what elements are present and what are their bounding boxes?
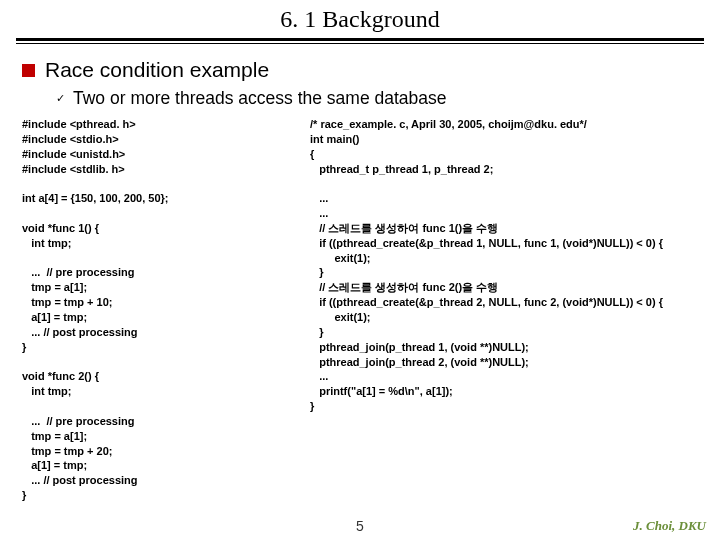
code-left: #include <pthread. h> #include <stdio.h>… — [18, 117, 308, 503]
code-columns: #include <pthread. h> #include <stdio.h>… — [18, 117, 702, 503]
page-number: 5 — [0, 518, 720, 534]
code-right: /* race_example. c, April 30, 2005, choi… — [308, 117, 702, 503]
section-heading: Race condition example — [45, 58, 269, 82]
slide-title: 6. 1 Background — [280, 6, 439, 32]
check-icon: ✓ — [56, 92, 65, 105]
divider-thin — [16, 43, 704, 44]
square-bullet-icon — [22, 64, 35, 77]
section-subheading: Two or more threads access the same data… — [73, 88, 447, 109]
footer-credit: J. Choi, DKU — [633, 518, 706, 534]
divider-thick — [16, 38, 704, 41]
